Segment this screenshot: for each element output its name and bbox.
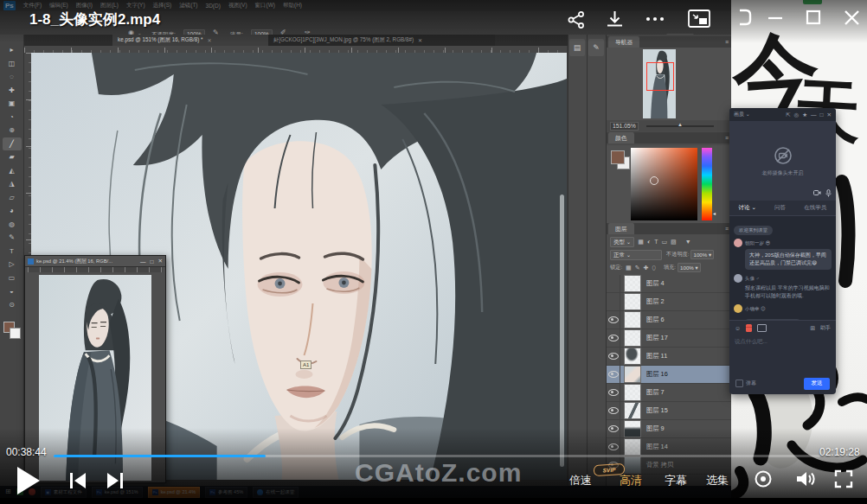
ruler-horizontal [28, 267, 163, 272]
fullscreen-icon[interactable] [833, 469, 854, 489]
layer-thumbnail [624, 311, 641, 329]
layers-lock-row: 锁定: ▦ ✎ ✚ ⬯ 填充: 100% ▾ [607, 262, 732, 273]
progress-bar[interactable] [54, 455, 820, 457]
history-panel-icon: ▤ [569, 39, 585, 56]
play-button[interactable] [17, 467, 40, 494]
miniplayer-icon[interactable] [733, 7, 754, 28]
tab-discussion: 讨论 ⌄ [739, 204, 756, 212]
color-panel-header: 颜色 ≡ [607, 132, 732, 144]
maximize-icon[interactable] [803, 7, 824, 28]
layer-thumbnail [624, 329, 641, 347]
record-icon: ◎ [794, 112, 800, 118]
blur-tool-icon: ◕ [3, 204, 22, 218]
episodes-button[interactable]: 选集 [706, 473, 729, 488]
ps-menu-item: 文字(Y) [126, 2, 145, 10]
filter-type-select: 类型 ⌄ [610, 237, 634, 247]
layers-list: 图层 4 图层 2 图层 6 图层 17 图层 11 图层 16 图层 7 图层… [607, 275, 732, 504]
teacher-camera-area: 老师摄像头未开启 [729, 121, 836, 201]
layer-row-selected: 图层 16 [607, 366, 732, 384]
ps-menu-item: 图层(L) [100, 2, 119, 10]
filter-smart-icon: ▨ [671, 239, 677, 246]
layer-row: 图层 7 [607, 384, 732, 402]
filter-toggle-icon: ▼ [685, 239, 691, 245]
navigator-view-rect [646, 62, 674, 91]
camera-off-icon [773, 145, 793, 166]
grid-icon: ⊞ [810, 324, 815, 332]
camera-off-text: 老师摄像头未开启 [762, 169, 804, 177]
class-chat-window: 画质 ⌄ ⇱ ◎ ★ — □ ✕ 老师摄像头未开启 讨论 ⌄ 问答 [729, 108, 836, 394]
pip-icon[interactable] [686, 7, 712, 30]
subtitle-button[interactable]: 字幕 [665, 473, 687, 488]
quality-button[interactable]: 高清 [620, 473, 642, 488]
ps-menu-item: 滤镜(T) [179, 2, 197, 10]
maximize-icon: □ [151, 258, 154, 265]
lasso-tool-icon: ◌ [3, 70, 22, 84]
background-color-swatch [10, 328, 21, 339]
eye-icon [608, 443, 619, 450]
visibility-toggle [607, 438, 620, 456]
floating-window-title: ke.psd @ 21.4% (图层 16, RGB/... [36, 258, 136, 265]
ps-menu-item: 3D(D) [206, 3, 221, 9]
tab-qa: 问答 [774, 204, 786, 212]
close-icon: ✕ [207, 37, 211, 43]
browser-icon [257, 489, 263, 495]
layer-row: 图层 2 [607, 293, 732, 311]
layers-tab: 图层 [608, 223, 634, 234]
progress-played [54, 455, 266, 457]
portrait-full-art [39, 275, 151, 481]
collapsed-panel-strip: ▤ [568, 35, 587, 504]
ps-menu-item: 选择(S) [153, 2, 172, 10]
eye-icon [608, 316, 619, 323]
red-packet-icon [746, 324, 752, 332]
chat-message: 头像 ♂ 报名课程以后 平常的学习视频电脑和手机都可以随时观看的哦. [734, 274, 832, 300]
next-episode-button[interactable] [105, 470, 125, 491]
lock-label: 锁定: [610, 264, 622, 271]
share-icon[interactable] [567, 10, 586, 29]
settings-icon[interactable] [753, 469, 774, 489]
ps-menu-item: 视图(V) [228, 2, 247, 10]
visibility-toggle [607, 420, 620, 437]
speed-button[interactable]: 倍速 [569, 473, 592, 488]
image-upload-icon [757, 324, 767, 332]
crop-tool-icon: ▣ [3, 97, 22, 111]
brush-tool-icon: ╱ [3, 137, 22, 151]
navigator-tab: 导航器 [608, 36, 639, 48]
visibility-toggle [607, 402, 620, 419]
layer-row: 图层 4 [607, 275, 732, 293]
layer-row: 图层 14 [607, 438, 732, 456]
ps-menu-item: 帮助(H) [283, 2, 302, 10]
close-icon[interactable] [840, 6, 864, 29]
volume-icon[interactable] [794, 469, 817, 489]
avatar [734, 274, 742, 283]
visibility-toggle [607, 293, 620, 310]
download-icon[interactable] [604, 9, 626, 30]
path-select-tool-icon: ▷ [3, 258, 22, 271]
brush-panel-icon: ✎ [588, 39, 604, 56]
chat-message-list: 欢迎来到课堂 朝阳一岁 😎 大神，20S版自动保存截图，早间还是高品质，门禁已调… [729, 216, 836, 320]
ps-toolbar: ▸◫◌✚▣◔⊕╱▰◭◮▱◕◍✎T▷▭◒⊙ [0, 35, 24, 504]
camera-icon [813, 189, 821, 196]
color-swatches [3, 322, 21, 339]
layers-panel-body: 类型 ⌄ ▦ ◐ T ▭ ▨ ▼ 正常 ⌄ 不透明度: 100% ▾ 锁定: ▦… [607, 234, 732, 504]
color-tab: 颜色 [608, 132, 634, 144]
avatar [734, 239, 742, 247]
taskbar-button: Ps参考图 45% [205, 487, 247, 498]
shape-tool-icon: ▭ [3, 271, 22, 285]
taskbar-button-alert: Pske.psd @ 21.4% [148, 487, 200, 498]
opacity-value: 100% ▾ [690, 250, 714, 259]
total-time: 02:19:28 [819, 446, 860, 458]
more-icon[interactable] [645, 16, 665, 22]
filter-adjustment-icon: ◐ [647, 239, 651, 245]
send-button: 发送 [804, 378, 830, 390]
previous-episode-button[interactable] [67, 470, 88, 491]
tab-online-students: 在线学员 [804, 204, 826, 212]
lock-transparent-icon: ▦ [626, 265, 632, 271]
assistant-label: 助手 [820, 324, 831, 332]
maximize-icon: □ [820, 112, 824, 118]
layer-row: 图层 17 [607, 329, 732, 348]
panel-menu-icon: ≡ [725, 226, 729, 232]
minimize-icon[interactable] [765, 7, 786, 28]
slider-thumb-icon: ▲ [678, 122, 683, 127]
eraser-tool-icon: ◮ [3, 177, 22, 191]
layer-thumbnail [624, 293, 641, 310]
